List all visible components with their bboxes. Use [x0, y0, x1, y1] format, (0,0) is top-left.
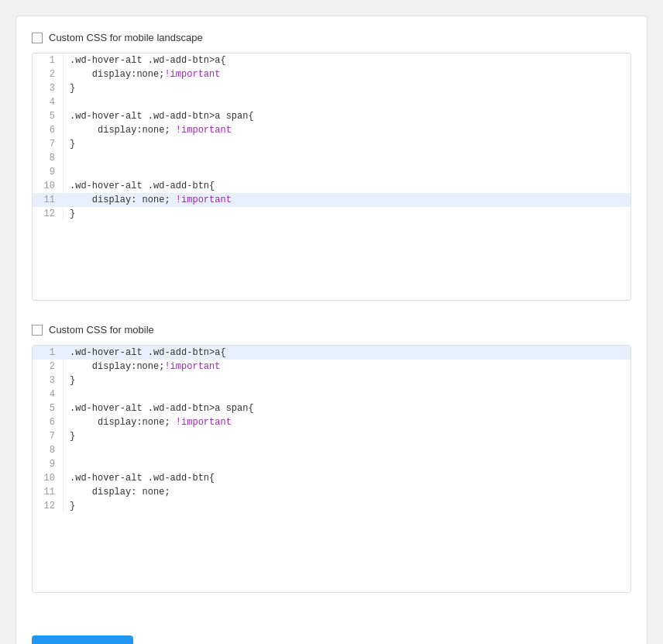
line-number: 1 — [33, 53, 64, 67]
section-landscape: Custom CSS for mobile landscape1.wd-hove… — [32, 32, 631, 301]
css-important-keyword: !important — [176, 125, 232, 136]
section-checkbox-landscape[interactable] — [32, 33, 43, 43]
line-content: } — [64, 207, 630, 221]
code-line: 1.wd-hover-alt .wd-add-btn>a{ — [33, 346, 630, 360]
line-number: 7 — [33, 429, 64, 443]
code-line: 10.wd-hover-alt .wd-add-btn{ — [33, 471, 630, 485]
code-line: 3} — [33, 374, 630, 387]
code-line: 8 — [33, 151, 630, 165]
code-line: 2 display:none;!important — [33, 360, 630, 374]
code-lines-landscape: 1.wd-hover-alt .wd-add-btn>a{2 display:n… — [33, 53, 630, 221]
code-line: 4 — [33, 95, 630, 109]
line-content — [64, 443, 630, 457]
sections-container: Custom CSS for mobile landscape1.wd-hove… — [32, 32, 631, 593]
save-options-button[interactable]: Save options — [32, 635, 133, 644]
section-checkbox-mobile[interactable] — [32, 325, 43, 336]
css-important-keyword: !important — [176, 417, 232, 428]
line-number: 8 — [33, 151, 64, 165]
line-content — [64, 165, 630, 179]
line-content: display:none;!important — [64, 67, 630, 81]
line-content: } — [64, 499, 630, 513]
code-line: 1.wd-hover-alt .wd-add-btn>a{ — [33, 53, 630, 67]
line-content: } — [64, 429, 630, 443]
line-number: 2 — [33, 360, 64, 374]
line-number: 5 — [33, 401, 64, 415]
code-line: 5.wd-hover-alt .wd-add-btn>a span{ — [33, 401, 630, 415]
line-number: 10 — [33, 471, 64, 485]
code-lines-mobile: 1.wd-hover-alt .wd-add-btn>a{2 display:n… — [33, 346, 630, 513]
line-number: 3 — [33, 374, 64, 387]
line-content — [64, 95, 630, 109]
code-line: 7} — [33, 137, 630, 151]
line-number: 10 — [33, 179, 64, 193]
line-content: display:none;!important — [64, 360, 630, 374]
line-number: 5 — [33, 109, 64, 123]
line-number: 1 — [33, 346, 64, 360]
line-content: } — [64, 137, 630, 151]
code-line: 12} — [33, 207, 630, 221]
line-number: 2 — [33, 67, 64, 81]
line-content: .wd-hover-alt .wd-add-btn>a{ — [64, 53, 630, 67]
line-content — [64, 387, 630, 401]
section-header-mobile: Custom CSS for mobile — [32, 324, 631, 336]
line-content: .wd-hover-alt .wd-add-btn{ — [64, 179, 630, 193]
line-number: 7 — [33, 137, 64, 151]
section-header-landscape: Custom CSS for mobile landscape — [32, 32, 631, 43]
code-line: 3} — [33, 81, 630, 95]
line-number: 6 — [33, 415, 64, 429]
code-line: 5.wd-hover-alt .wd-add-btn>a span{ — [33, 109, 630, 123]
line-number: 4 — [33, 387, 64, 401]
line-content: .wd-hover-alt .wd-add-btn{ — [64, 471, 630, 485]
line-number: 4 — [33, 95, 64, 109]
code-line: 11 display: none; — [33, 485, 630, 499]
code-line: 4 — [33, 387, 630, 401]
line-content — [64, 151, 630, 165]
line-number: 12 — [33, 499, 64, 513]
line-number: 3 — [33, 81, 64, 95]
line-number: 8 — [33, 443, 64, 457]
line-number: 11 — [33, 485, 64, 499]
line-number: 6 — [33, 123, 64, 137]
css-important-keyword: !important — [164, 361, 220, 372]
code-line: 6 display:none; !important — [33, 415, 630, 429]
code-line: 11 display: none; !important — [33, 193, 630, 207]
code-line: 9 — [33, 457, 630, 471]
line-content: } — [64, 374, 630, 387]
line-content: .wd-hover-alt .wd-add-btn>a span{ — [64, 109, 630, 123]
line-number: 11 — [33, 193, 64, 207]
code-line: 10.wd-hover-alt .wd-add-btn{ — [33, 179, 630, 193]
line-number: 9 — [33, 457, 64, 471]
line-number: 9 — [33, 165, 64, 179]
line-content — [64, 457, 630, 471]
section-title-mobile: Custom CSS for mobile — [49, 324, 154, 336]
section-title-landscape: Custom CSS for mobile landscape — [49, 32, 203, 43]
section-mobile: Custom CSS for mobile1.wd-hover-alt .wd-… — [32, 324, 631, 593]
code-line: 12} — [33, 499, 630, 513]
page-container: Custom CSS for mobile landscape1.wd-hove… — [15, 15, 648, 644]
line-content: display: none; — [64, 485, 630, 499]
code-line: 7} — [33, 429, 630, 443]
line-content: } — [64, 81, 630, 95]
line-content: display: none; !important — [64, 193, 630, 207]
code-line: 6 display:none; !important — [33, 123, 630, 137]
line-content: .wd-hover-alt .wd-add-btn>a span{ — [64, 401, 630, 415]
line-content: display:none; !important — [64, 123, 630, 137]
line-content: display:none; !important — [64, 415, 630, 429]
code-line: 2 display:none;!important — [33, 67, 630, 81]
code-line: 9 — [33, 165, 630, 179]
code-editor-mobile[interactable]: 1.wd-hover-alt .wd-add-btn>a{2 display:n… — [32, 345, 631, 593]
code-line: 8 — [33, 443, 630, 457]
css-important-keyword: !important — [164, 69, 220, 80]
line-content: .wd-hover-alt .wd-add-btn>a{ — [64, 346, 630, 360]
line-number: 12 — [33, 207, 64, 221]
css-important-keyword: !important — [176, 195, 232, 205]
code-editor-landscape[interactable]: 1.wd-hover-alt .wd-add-btn>a{2 display:n… — [32, 53, 631, 301]
